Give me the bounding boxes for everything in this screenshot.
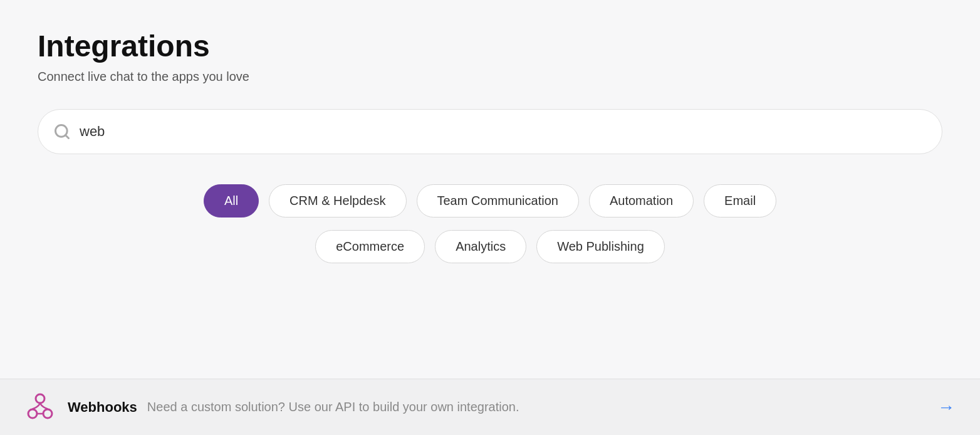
filter-chip-email[interactable]: Email — [704, 184, 776, 218]
search-container — [38, 109, 942, 154]
svg-line-1 — [65, 135, 68, 138]
filter-chip-automation[interactable]: Automation — [589, 184, 694, 218]
page-subtitle: Connect live chat to the apps you love — [38, 70, 942, 84]
page-wrapper: Integrations Connect live chat to the ap… — [0, 0, 980, 435]
webhooks-icon — [25, 391, 68, 424]
search-input[interactable] — [80, 123, 927, 140]
footer-bar: Webhooks Need a custom solution? Use our… — [0, 379, 980, 435]
main-content: Integrations Connect live chat to the ap… — [0, 0, 980, 379]
filter-chip-team-communication[interactable]: Team Communication — [417, 184, 579, 218]
svg-point-3 — [43, 409, 52, 418]
webhooks-arrow-icon[interactable]: → — [937, 397, 955, 417]
filter-row-1: All CRM & Helpdesk Team Communication Au… — [204, 184, 776, 218]
svg-point-4 — [36, 394, 44, 403]
svg-point-2 — [28, 409, 37, 418]
filter-chip-analytics[interactable]: Analytics — [435, 230, 526, 263]
webhooks-description: Need a custom solution? Use our API to b… — [147, 400, 519, 414]
filters-section: All CRM & Helpdesk Team Communication Au… — [38, 184, 942, 263]
filter-row-2: eCommerce Analytics Web Publishing — [315, 230, 665, 263]
filter-chip-ecommerce[interactable]: eCommerce — [315, 230, 425, 263]
filter-chip-all[interactable]: All — [204, 184, 259, 218]
webhooks-title: Webhooks — [68, 399, 137, 416]
filter-chip-crm[interactable]: CRM & Helpdesk — [269, 184, 406, 218]
page-title: Integrations — [38, 30, 942, 63]
search-icon — [53, 123, 71, 140]
filter-chip-web-publishing[interactable]: Web Publishing — [536, 230, 665, 263]
